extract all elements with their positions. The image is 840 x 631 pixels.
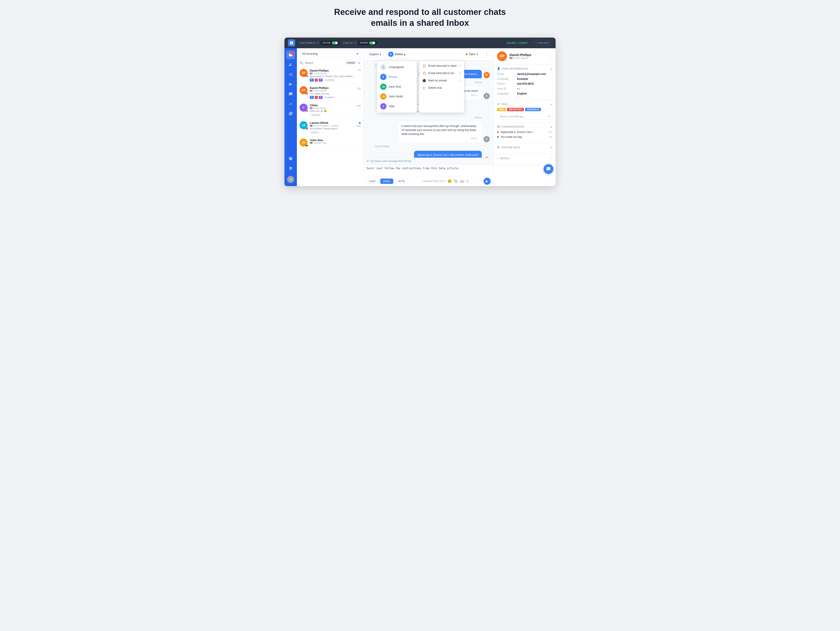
conv-rs-item[interactable]: Appreciate it, Emma! Can I... 3m [497, 131, 552, 134]
conv-name: John Doe [310, 139, 361, 142]
message-time: 19:22 ✓ [401, 137, 478, 140]
user-avatar-nav[interactable]: U [286, 175, 295, 184]
float-chat-button[interactable] [543, 164, 553, 174]
tag-i: I [315, 79, 318, 82]
phone-row: Phone 414-870-6875 [497, 82, 552, 85]
conv-tags: F I P EXAMPLE [310, 79, 355, 82]
inbox-select[interactable]: Support ▾ [367, 51, 384, 57]
float-btn-container [494, 165, 556, 178]
online-pill[interactable]: ONLINE [321, 41, 339, 45]
notes-title: ≡ NOTES [497, 157, 509, 160]
user-location: 🇺🇸 United States [510, 57, 531, 60]
list-item[interactable]: JD 🇺🇦 John Doe 🇺🇦 Ukraine / Kyiv [297, 136, 363, 149]
conversations-section: 💬 CONVERSATIONS ▴ Appreciate it, Emma! C… [494, 122, 556, 143]
conv-info: Lauren Elliott 🇬🇧 United Kingdom / Londo… [310, 121, 354, 134]
online-toggle[interactable] [332, 41, 338, 44]
list-item[interactable]: C 🇺🇸 Chloe 🇺🇸 United States Here you go … [297, 101, 363, 119]
list-item[interactable]: DP 🇺🇸 David Phillips 🇺🇸 United States Ap… [297, 67, 363, 84]
chevron-down-icon: ▾ [477, 53, 478, 56]
custom-data-header[interactable]: 🗄 CUSTOM DATA ▾ [497, 146, 552, 149]
notes-header[interactable]: ≡ NOTES › [497, 157, 552, 160]
company-label: Company [497, 77, 515, 81]
conv-rs-time: 7m [549, 136, 552, 138]
user-info-header[interactable]: 👤 USER INFORMATION ▴ [497, 67, 552, 70]
email-transcript-client-item[interactable]: 📋 Email transcript to client ⓘ [419, 62, 464, 70]
status-button[interactable]: Open ▾ [463, 51, 481, 57]
unassigned-label: Unassigned [388, 65, 404, 69]
vlad-avatar: V [380, 103, 387, 109]
tag-search-input[interactable]: Search and add tag... ▾ [497, 113, 552, 120]
note-tab-button[interactable]: NOTE [395, 179, 408, 184]
tag-label: EXAMPLE [324, 96, 336, 99]
search-input[interactable] [305, 62, 344, 65]
conv-rs-item[interactable]: You made my day 7m [497, 135, 552, 139]
mark-unread-label: Mark as unread [428, 79, 447, 82]
conv-info: John Doe 🇺🇦 Ukraine / Kyiv [310, 139, 361, 144]
john-avatar: JS [380, 93, 387, 100]
nav-send[interactable] [286, 80, 295, 89]
new-message-notification: ✉ You have a new message from Emma [363, 158, 493, 164]
jane-label: Jane Doe [388, 85, 401, 88]
shown-pill[interactable]: SHOWN [358, 41, 377, 45]
tag-p: P [319, 96, 323, 99]
notes-section: ≡ NOTES › [494, 154, 556, 165]
more-options-icon[interactable]: ⋮ [548, 54, 552, 59]
agent-option-jane[interactable]: JD Jane Doe [377, 82, 417, 92]
gear-icon[interactable]: ⚙ [358, 61, 361, 65]
mark-unread-item[interactable]: ⚫ Mark as unread ⓘ [419, 77, 464, 84]
shortcuts-icon[interactable]: ⊡ [466, 179, 469, 183]
more-options-button[interactable]: ⋮ [483, 51, 490, 58]
chat-tab-button[interactable]: CHAT [366, 179, 379, 184]
nav-history[interactable] [286, 70, 295, 79]
agent-count: ONLINE: 1 AGENT [507, 41, 528, 44]
tags-title: 🏷 TAGS [497, 103, 508, 105]
agent-option-emma[interactable]: E Emma [377, 72, 417, 82]
context-menu: 📋 Email transcript to client ⓘ 📋 Email t… [419, 61, 464, 113]
nav-settings[interactable] [286, 164, 295, 173]
language-label: Language [497, 92, 515, 95]
conv-time: 15M [357, 105, 361, 107]
emoji-icon[interactable]: 😊 [447, 179, 452, 183]
online-indicator [505, 59, 507, 61]
email-value: david.p@example.com [517, 73, 546, 76]
search-bar: 🔍 Unread ⚙ [297, 59, 363, 67]
nav-chat[interactable] [286, 90, 295, 98]
emma-label: Emma [388, 75, 397, 79]
email-transcript-me-item[interactable]: 📋 Email transcript to me ⓘ [419, 70, 464, 77]
logout-button[interactable]: ↪ LOG OUT [532, 40, 552, 46]
attachment-icon[interactable]: 📎 [453, 179, 458, 183]
shown-toggle[interactable] [369, 41, 375, 44]
nav-analytics[interactable] [286, 100, 295, 108]
tag-paid: PAID [497, 108, 506, 111]
tag-label: EXAMPLE [324, 79, 336, 82]
message-row: It seems that your last payment didn't g… [367, 122, 490, 142]
conv-location: 🇺🇸 United States [310, 107, 354, 109]
chat-text-input[interactable]: Sure! Just follow the instructions from … [363, 164, 493, 175]
tags-section: 🏷 TAGS ▴ PAID IMPORTANT FEEDBACK Search … [494, 100, 556, 122]
nav-inbox[interactable]: 2 [286, 51, 295, 59]
tags-header[interactable]: 🏷 TAGS ▴ [497, 103, 552, 106]
app-window: OUR TEAM IS ⓘ ONLINE CHAT IS ⓘ SHOWN ONL… [284, 38, 556, 186]
list-item[interactable]: DP 🇺🇸 David Phillips 🇺🇸 United States Yo… [297, 84, 363, 101]
article-icon[interactable]: 📖 [460, 179, 464, 183]
list-item[interactable]: LE 🇬🇧 Lauren Elliott 🇬🇧 United Kingdom /… [297, 119, 363, 136]
email-tab-button[interactable]: EMAIL [380, 179, 393, 184]
chat-is-label: CHAT IS [343, 41, 353, 44]
send-button[interactable]: ▶ [483, 178, 491, 185]
conv-location: 🇬🇧 United Kingdom / London [310, 125, 354, 127]
nav-help[interactable] [286, 154, 295, 163]
formatting-help-label: FORMATTING HELP [422, 180, 445, 183]
delete-chat-item[interactable]: 🗑 Delete chat [419, 84, 464, 92]
agent-option-john-smith[interactable]: JS John Smith [377, 92, 417, 101]
nav-library[interactable] [286, 109, 295, 118]
inbox-filter-select[interactable]: All incoming ▾ [300, 51, 361, 57]
nav-contacts[interactable] [286, 60, 295, 69]
agent-option-vlad[interactable]: V Vlad [377, 101, 417, 111]
conversations-header[interactable]: 💬 CONVERSATIONS ▴ [497, 125, 552, 128]
conversation-list: All incoming ▾ 🔍 Unread ⚙ DP 🇺🇸 [297, 48, 363, 186]
user-id-value: — [517, 87, 520, 90]
message-bubble: Appreciate it, Emma! Can I add another c… [414, 151, 482, 158]
agent-option-unassigned[interactable]: Unassigned [377, 62, 417, 72]
tag-i: I [315, 96, 318, 99]
agent-select[interactable]: E Emma ▴ [386, 51, 408, 58]
